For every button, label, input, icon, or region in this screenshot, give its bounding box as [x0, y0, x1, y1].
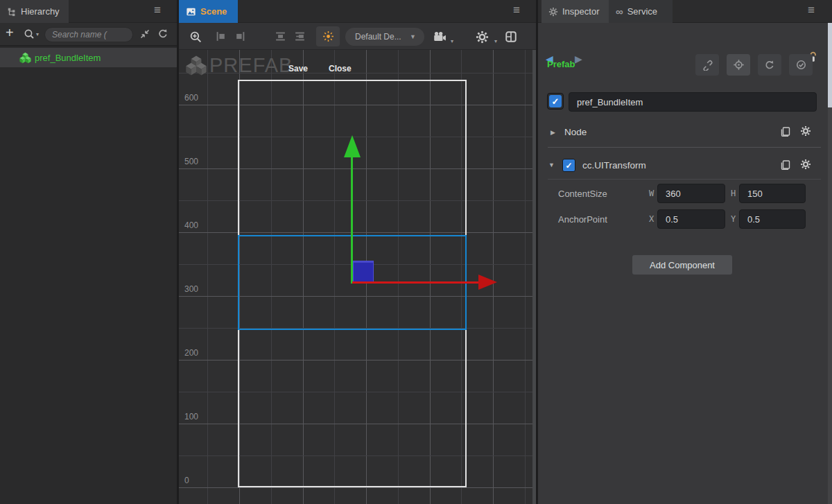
camera-icon[interactable] [433, 31, 447, 43]
gizmo-x-axis[interactable] [352, 281, 479, 284]
prefab-cubes-icon [19, 52, 31, 64]
search-filter-icon[interactable] [24, 28, 35, 40]
uitransform-settings-gear-icon[interactable] [800, 159, 811, 170]
prefab-cubes-watermark-icon [186, 55, 207, 76]
split-view-icon[interactable] [505, 31, 517, 43]
node-docs-icon[interactable] [780, 126, 791, 137]
create-node-button[interactable]: + [6, 25, 14, 41]
uitransform-docs-icon[interactable] [780, 159, 791, 171]
scene-settings-gear-icon[interactable] [476, 31, 489, 44]
tab-hierarchy[interactable]: Hierarchy [0, 0, 69, 23]
tab-inspector-label: Inspector [562, 6, 599, 17]
tab-hierarchy-label: Hierarchy [21, 6, 60, 17]
ruler-label: 100 [184, 412, 198, 422]
add-component-button[interactable]: Add Component [632, 255, 732, 275]
section-divider [548, 179, 821, 180]
scene-toolbar: Default De... ▼ ▾ ▾ [179, 23, 536, 50]
prefab-apply-button[interactable] [789, 54, 813, 76]
contentsize-h-input[interactable] [739, 184, 806, 203]
prefab-watermark-label: PREFAB [209, 54, 293, 77]
node-name-input[interactable] [569, 92, 817, 112]
tab-service-label: Service [627, 6, 657, 17]
gizmo-mode-value: Default De... [355, 32, 410, 42]
inspector-body: ◀ ▶ Prefab ✓ ▶ [538, 23, 832, 504]
nav-forward-button[interactable]: ▶ [575, 53, 582, 64]
gizmo-mode-dropdown[interactable]: Default De... ▼ [345, 28, 424, 46]
gizmo-x-arrowhead-icon[interactable] [478, 275, 497, 290]
zoom-tool-icon[interactable] [189, 31, 202, 44]
inspector-panel: Inspector ∞ Service ≡ ◀ ▶ Prefab [538, 0, 832, 504]
align-left-icon[interactable] [215, 31, 227, 42]
inspector-tabbar: Inspector ∞ Service ≡ [538, 0, 832, 23]
anchorpoint-y-input[interactable] [739, 209, 806, 229]
gizmo-anchor-square[interactable] [353, 261, 374, 282]
refresh-icon[interactable] [157, 28, 168, 40]
node-active-checkbox[interactable]: ✓ [547, 93, 564, 110]
grid-line-vertical [207, 50, 208, 504]
check-icon: ✓ [549, 95, 562, 107]
settings-caret-icon[interactable]: ▾ [494, 38, 497, 44]
prefab-save-button[interactable]: Save [288, 64, 308, 73]
contentsize-h-key: H [731, 189, 736, 198]
scene-viewport[interactable]: 6005004003002001000 PREFAB Save Close [179, 50, 536, 504]
uitransform-section-title[interactable]: cc.UITransform [582, 160, 646, 171]
prefab-reset-button[interactable] [758, 54, 781, 76]
node-section-title[interactable]: Node [564, 127, 587, 137]
scene-panel: Scene ≡ Default De... ▼ [179, 0, 536, 504]
anchorpoint-label: AnchorPoint [558, 214, 607, 225]
ruler-label: 0 [184, 476, 189, 485]
service-link-icon: ∞ [616, 6, 623, 17]
node-settings-gear-icon[interactable] [800, 125, 811, 137]
section-divider [548, 147, 821, 148]
tab-service[interactable]: ∞ Service [609, 0, 673, 23]
light-icon [322, 31, 334, 42]
contentsize-label: ContentSize [558, 189, 607, 199]
tab-inspector[interactable]: Inspector [541, 0, 609, 23]
contentsize-w-key: W [649, 189, 654, 198]
prefab-locate-button[interactable] [727, 54, 750, 76]
align-center-icon[interactable] [294, 31, 306, 42]
scene-tabbar: Scene ≡ [179, 0, 536, 23]
anchorpoint-x-key: X [649, 214, 654, 224]
collapse-all-icon[interactable] [139, 28, 150, 40]
prefab-close-button[interactable]: Close [329, 64, 352, 73]
hierarchy-item-label: pref_BundleItem [35, 53, 101, 63]
anchorpoint-x-input[interactable] [657, 209, 725, 229]
hierarchy-toolbar: + ▾ [0, 23, 177, 46]
hierarchy-tabbar: Hierarchy ≡ [0, 0, 177, 23]
align-right-icon[interactable] [234, 31, 246, 42]
panel-divider-left[interactable] [177, 0, 179, 504]
scene-image-icon [186, 7, 196, 17]
unlink-icon [702, 60, 713, 71]
uitransform-expand-icon[interactable]: ▼ [548, 162, 555, 168]
light-toggle-button[interactable] [316, 26, 340, 46]
camera-caret-icon[interactable]: ▾ [451, 38, 453, 44]
inspector-menu-icon[interactable]: ≡ [808, 3, 815, 17]
gizmo-y-arrowhead-icon[interactable] [344, 135, 361, 157]
gizmo-y-axis[interactable] [351, 157, 353, 284]
hierarchy-panel: Hierarchy ≡ + ▾ pref_BundleItem [0, 0, 177, 504]
prefab-watermark: PREFAB [186, 54, 293, 77]
align-top-icon[interactable] [275, 31, 286, 42]
ruler-label: 500 [184, 157, 198, 166]
inspector-gear-icon [548, 7, 558, 17]
ruler-label: 600 [184, 93, 198, 103]
prefab-unlink-button[interactable] [695, 54, 719, 76]
hierarchy-menu-icon[interactable]: ≡ [154, 3, 161, 17]
tab-scene[interactable]: Scene [179, 0, 238, 23]
node-expand-icon[interactable]: ▶ [551, 129, 555, 136]
panel-divider-right[interactable] [536, 0, 538, 504]
contentsize-w-input[interactable] [657, 184, 725, 203]
ruler-label: 300 [184, 284, 198, 294]
hierarchy-item-pref-bundleitem[interactable]: pref_BundleItem [0, 48, 177, 67]
hierarchy-tree-icon [7, 7, 17, 17]
search-filter-caret-icon[interactable]: ▾ [36, 31, 39, 37]
uitransform-enabled-checkbox[interactable]: ✓ [562, 159, 575, 172]
ruler-label: 200 [184, 348, 198, 358]
inspector-scrollbar-thumb[interactable] [828, 23, 832, 107]
grid-line-horizontal [179, 487, 536, 488]
reset-icon [764, 60, 775, 71]
scene-menu-icon[interactable]: ≡ [513, 3, 520, 17]
search-input[interactable] [44, 27, 133, 42]
tab-scene-label: Scene [200, 6, 227, 17]
